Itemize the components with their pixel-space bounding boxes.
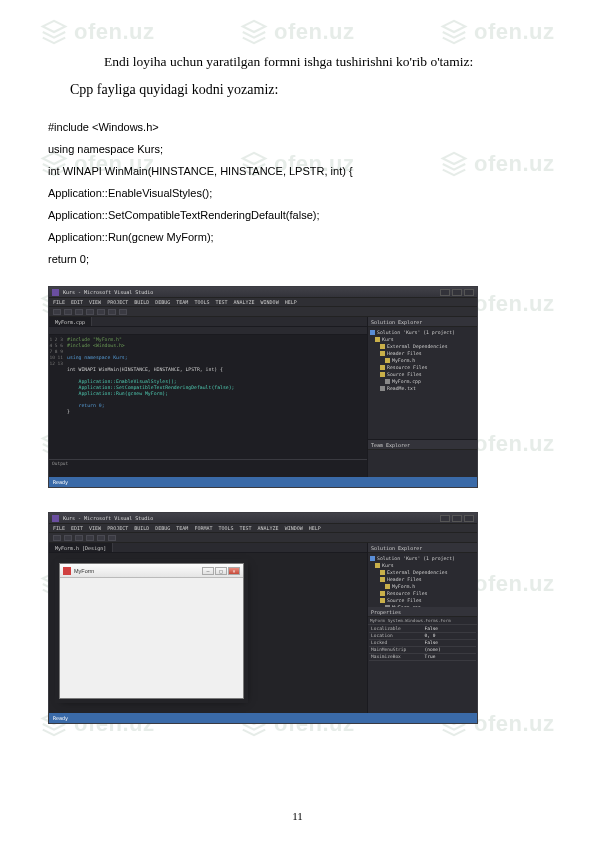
menu-item[interactable]: PROJECT — [107, 525, 128, 531]
property-value[interactable]: 0, 0 — [423, 633, 477, 639]
window-buttons — [440, 289, 474, 296]
property-value[interactable]: False — [423, 626, 477, 632]
menu-item[interactable]: FORMAT — [194, 525, 212, 531]
menu-item[interactable]: TEAM — [176, 299, 188, 305]
tree-item[interactable]: Header Files — [370, 576, 475, 583]
tree-item[interactable]: Source Files — [370, 597, 475, 604]
tab-myform-design[interactable]: MyForm.h [Design] — [49, 543, 113, 552]
menu-item[interactable]: WINDOW — [261, 299, 279, 305]
tree-item[interactable]: Kurs — [370, 336, 475, 343]
menu-item[interactable]: TOOLS — [218, 525, 233, 531]
folder-icon — [370, 330, 375, 335]
minimize-button[interactable] — [440, 289, 450, 296]
toolbar-button[interactable] — [108, 535, 116, 541]
toolbar-button[interactable] — [86, 309, 94, 315]
toolbar-button[interactable] — [75, 535, 83, 541]
tree-item[interactable]: MyForm.h — [370, 357, 475, 364]
menu-item[interactable]: PROJECT — [107, 299, 128, 305]
tab-strip: MyForm.h [Design] — [49, 543, 367, 553]
code-line: int WINAPI WinMain(HINSTANCE, HINSTANCE,… — [48, 160, 547, 182]
toolbar-button[interactable] — [75, 309, 83, 315]
toolbar-button[interactable] — [108, 309, 116, 315]
menu-item[interactable]: BUILD — [134, 299, 149, 305]
solution-tree[interactable]: Solution 'Kurs' (1 project)KursExternal … — [368, 553, 477, 607]
maximize-button[interactable] — [452, 289, 462, 296]
tree-item[interactable]: Solution 'Kurs' (1 project) — [370, 329, 475, 336]
menu-item[interactable]: ANALYZE — [234, 299, 255, 305]
menu-item[interactable]: HELP — [285, 299, 297, 305]
tree-item[interactable]: Kurs — [370, 562, 475, 569]
properties-target: MyForm System.Windows.Forms.Form — [368, 617, 477, 625]
solution-tree[interactable]: Solution 'Kurs' (1 project)KursExternal … — [368, 327, 477, 439]
property-name: MainMenuStrip — [369, 647, 423, 653]
property-row[interactable]: MaximizeBoxTrue — [369, 654, 476, 661]
menu-item[interactable]: VIEW — [89, 525, 101, 531]
menu-item[interactable]: DEBUG — [155, 525, 170, 531]
toolbar-button[interactable] — [53, 535, 61, 541]
vs-toolbar — [49, 533, 477, 543]
menu-item[interactable]: TEAM — [176, 525, 188, 531]
menu-item[interactable]: TEST — [215, 299, 227, 305]
toolbar-button[interactable] — [86, 535, 94, 541]
property-row[interactable]: Location0, 0 — [369, 633, 476, 640]
code-area[interactable]: #include "MyForm.h" #include <Windows.h>… — [65, 335, 367, 459]
tree-item-label: Header Files — [387, 350, 422, 357]
folder-icon — [375, 563, 380, 568]
solution-explorer-head: Solution Explorer — [368, 317, 477, 327]
editor-area[interactable]: 1 2 3 4 5 6 7 8 9 10 11 12 13 #include "… — [49, 335, 367, 459]
form-maximize-button[interactable]: □ — [215, 567, 227, 575]
tree-item[interactable]: ReadMe.txt — [370, 385, 475, 392]
menu-item[interactable]: VIEW — [89, 299, 101, 305]
tab-myform-cpp[interactable]: MyForm.cpp — [49, 317, 92, 326]
menu-item[interactable]: TOOLS — [194, 299, 209, 305]
tree-item[interactable]: MyForm.h — [370, 583, 475, 590]
menu-item[interactable]: WINDOW — [285, 525, 303, 531]
form-close-button[interactable]: × — [228, 567, 240, 575]
property-value[interactable]: True — [423, 654, 477, 660]
tree-item[interactable]: MyForm.cpp — [370, 378, 475, 385]
tree-item[interactable]: Resource Files — [370, 364, 475, 371]
menu-item[interactable]: ANALYZE — [258, 525, 279, 531]
code-line: #include <Windows.h> — [48, 116, 547, 138]
property-value[interactable]: (none) — [423, 647, 477, 653]
menu-item[interactable]: FILE — [53, 525, 65, 531]
designed-form[interactable]: MyForm – □ × — [59, 563, 244, 699]
toolbar-button[interactable] — [97, 309, 105, 315]
tree-item[interactable]: External Dependencies — [370, 343, 475, 350]
menu-item[interactable]: DEBUG — [155, 299, 170, 305]
folder-icon — [385, 358, 390, 363]
menu-item[interactable]: EDIT — [71, 525, 83, 531]
property-value[interactable]: False — [423, 640, 477, 646]
tree-item[interactable]: Solution 'Kurs' (1 project) — [370, 555, 475, 562]
form-minimize-button[interactable]: – — [202, 567, 214, 575]
minimize-button[interactable] — [440, 515, 450, 522]
tree-item[interactable]: Source Files — [370, 371, 475, 378]
toolbar-button[interactable] — [119, 309, 127, 315]
menu-item[interactable]: EDIT — [71, 299, 83, 305]
menu-item[interactable]: TEST — [240, 525, 252, 531]
property-row[interactable]: MainMenuStrip(none) — [369, 647, 476, 654]
right-sidebar: Solution Explorer Solution 'Kurs' (1 pro… — [367, 317, 477, 477]
close-button[interactable] — [464, 515, 474, 522]
form-body[interactable] — [60, 578, 243, 698]
vs-titlebar: Kurs - Microsoft Visual Studio — [49, 287, 477, 298]
properties-grid[interactable]: LocalizableFalseLocation0, 0LockedFalseM… — [368, 625, 477, 713]
tree-item[interactable]: External Dependencies — [370, 569, 475, 576]
line-gutter: 1 2 3 4 5 6 7 8 9 10 11 12 13 — [49, 335, 65, 459]
toolbar-button[interactable] — [64, 535, 72, 541]
tree-item-label: External Dependencies — [387, 569, 448, 576]
property-row[interactable]: LockedFalse — [369, 640, 476, 647]
menu-item[interactable]: HELP — [309, 525, 321, 531]
designer-surface[interactable]: MyForm – □ × — [49, 553, 367, 713]
toolbar-button[interactable] — [97, 535, 105, 541]
toolbar-button[interactable] — [53, 309, 61, 315]
close-button[interactable] — [464, 289, 474, 296]
tree-item-label: MyForm.h — [392, 357, 415, 364]
tree-item[interactable]: Resource Files — [370, 590, 475, 597]
property-row[interactable]: LocalizableFalse — [369, 626, 476, 633]
toolbar-button[interactable] — [64, 309, 72, 315]
maximize-button[interactable] — [452, 515, 462, 522]
menu-item[interactable]: FILE — [53, 299, 65, 305]
tree-item[interactable]: Header Files — [370, 350, 475, 357]
menu-item[interactable]: BUILD — [134, 525, 149, 531]
